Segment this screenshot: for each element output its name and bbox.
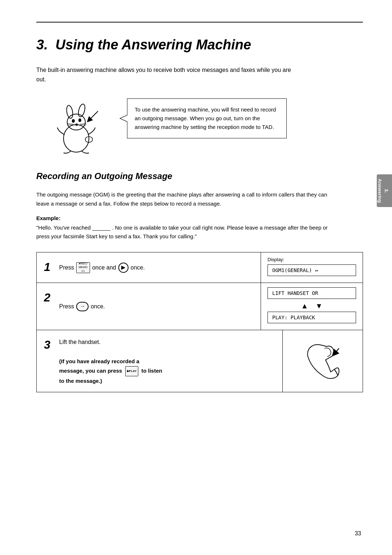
display-text-2a: LIFT HANDSET OR	[272, 290, 318, 296]
step-3-bold1: (If you have already recorded a	[59, 358, 139, 364]
step-2-content: Press → once.	[59, 302, 105, 311]
step-3-row: 3 Lift the handset. (If you have already…	[37, 330, 363, 392]
arrow-down: ▼	[315, 302, 323, 310]
svg-point-6	[75, 123, 78, 125]
nav-button: ▶	[118, 263, 128, 273]
intro-paragraph: The built-in answering machine allows yo…	[36, 65, 298, 84]
step-3-right	[283, 330, 363, 392]
step-3-header: 3 Lift the handset.	[44, 337, 273, 352]
display-label-1: Display:	[268, 257, 356, 262]
side-tab-line3: 3.	[384, 189, 389, 193]
step-1-left: 1 Press ●REC/ MEMO ▭ once and ▶ once.	[37, 252, 261, 283]
display-text-1: OGM1(GENERAL) ↔	[272, 267, 318, 273]
rec-memo-key: ●REC/ MEMO ▭	[76, 262, 90, 273]
side-tab-line2: Machine	[371, 181, 376, 200]
callout-bubble: To use the answering machine, you will f…	[127, 98, 287, 138]
step-2-right: LIFT HANDSET OR ▲ ▼ PLAY: PLAYBACK	[261, 283, 363, 330]
step-3-left: 3 Lift the handset. (If you have already…	[37, 330, 283, 392]
svg-line-7	[67, 123, 73, 124]
display-box-2b: PLAY: PLAYBACK	[268, 312, 356, 323]
step-2-number: 2	[44, 289, 55, 304]
svg-point-0	[64, 125, 89, 152]
arrow-up: ▲	[301, 302, 308, 310]
chapter-number: 3	[36, 37, 44, 52]
step-3-bold3: to listen	[141, 368, 162, 374]
top-rule	[36, 22, 363, 23]
step-1-row: 1 Press ●REC/ MEMO ▭ once and ▶ once.	[37, 252, 363, 283]
side-tab: 3. Answering Machine	[377, 174, 392, 207]
step-3-bold2: message, you can press	[59, 368, 122, 374]
page-number: 33	[355, 530, 361, 537]
page-container: 3. Using the Answering Machine The built…	[0, 0, 392, 555]
example-text: "Hello. You've reached ______ . No one i…	[36, 223, 334, 242]
illustration-area: To use the answering machine, you will f…	[36, 98, 363, 157]
example-label: Example:	[36, 215, 363, 221]
arrow-button: →	[76, 302, 89, 311]
section-heading: Recording an Outgoing Message	[36, 171, 363, 181]
step-3-instruction: Lift the handset.	[59, 337, 101, 345]
handset-svg	[305, 341, 341, 381]
step-1-content: Press ●REC/ MEMO ▭ once and ▶ once.	[59, 262, 145, 273]
step-1-number: 1	[44, 259, 55, 274]
step-1-once-and: once and	[92, 263, 116, 272]
step-2-left: 2 Press → once.	[37, 283, 261, 330]
callout-text: To use the answering machine, you will f…	[135, 106, 276, 130]
side-tab-line1: Answering	[377, 179, 383, 203]
chapter-title-text: Using the Answering Machine	[56, 37, 251, 52]
step-1-once: once.	[131, 263, 145, 272]
chapter-title: 3. Using the Answering Machine	[36, 37, 363, 53]
step-3-number: 3	[44, 337, 55, 352]
svg-point-1	[67, 114, 85, 130]
svg-point-4	[72, 119, 75, 123]
step-2-row: 2 Press → once. LIFT HANDSET OR ▲ ▼ PLAY…	[37, 283, 363, 330]
rabbit-svg	[47, 100, 105, 155]
svg-point-5	[78, 118, 81, 122]
step-2-press-label: Press	[59, 302, 74, 311]
steps-container: 1 Press ●REC/ MEMO ▭ once and ▶ once.	[36, 252, 363, 392]
step-1-press-label: Press	[59, 263, 74, 272]
body-paragraph: The outgoing message (OGM) is the greeti…	[36, 190, 334, 208]
play-key: ▶PLAY	[125, 366, 139, 376]
character-illustration	[36, 98, 116, 157]
step-3-body: (If you have already recorded a message,…	[44, 357, 273, 385]
display-box-2a: LIFT HANDSET OR	[268, 287, 356, 299]
display-arrows: ▲ ▼	[268, 300, 356, 312]
display-text-2b: PLAY: PLAYBACK	[272, 315, 315, 320]
step-1-right: Display: OGM1(GENERAL) ↔	[261, 252, 363, 283]
display-box-1: OGM1(GENERAL) ↔	[268, 264, 356, 276]
step-2-once: once.	[91, 302, 105, 311]
step-3-bold4: to the message.)	[59, 378, 102, 384]
